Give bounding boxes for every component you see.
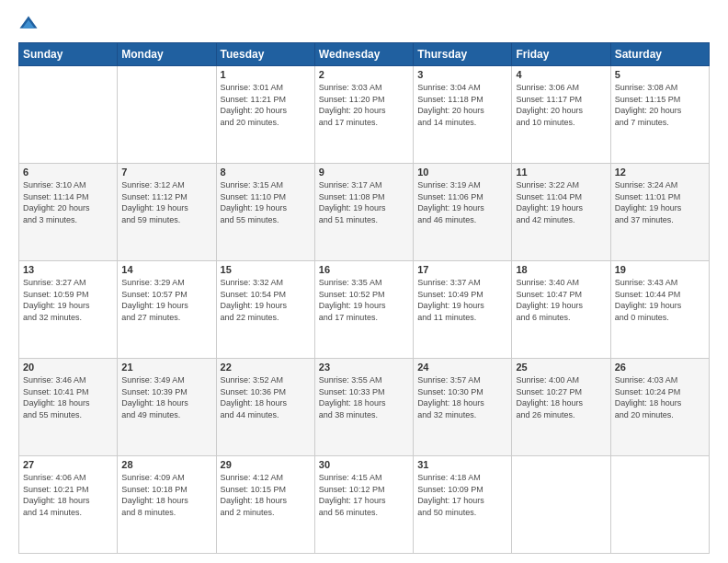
day-cell: 4Sunrise: 3:06 AM Sunset: 11:17 PM Dayli… <box>512 66 610 164</box>
day-cell: 7Sunrise: 3:12 AM Sunset: 11:12 PM Dayli… <box>118 164 216 261</box>
day-info: Sunrise: 3:40 AM Sunset: 10:47 PM Daylig… <box>516 277 606 323</box>
day-number: 8 <box>221 167 311 178</box>
day-cell: 8Sunrise: 3:15 AM Sunset: 11:10 PM Dayli… <box>216 164 314 261</box>
weekday-header-tuesday: Tuesday <box>216 43 314 66</box>
day-info: Sunrise: 3:35 AM Sunset: 10:52 PM Daylig… <box>319 277 409 323</box>
day-info: Sunrise: 3:01 AM Sunset: 11:21 PM Daylig… <box>221 82 311 128</box>
day-number: 17 <box>417 264 507 275</box>
day-cell: 13Sunrise: 3:27 AM Sunset: 10:59 PM Dayl… <box>19 261 118 359</box>
day-info: Sunrise: 4:15 AM Sunset: 10:12 PM Daylig… <box>319 472 409 518</box>
day-number: 15 <box>221 264 311 275</box>
day-info: Sunrise: 3:32 AM Sunset: 10:54 PM Daylig… <box>221 277 311 323</box>
day-cell: 30Sunrise: 4:15 AM Sunset: 10:12 PM Dayl… <box>314 456 413 554</box>
day-number: 21 <box>121 362 211 373</box>
day-info: Sunrise: 3:37 AM Sunset: 10:49 PM Daylig… <box>417 277 507 323</box>
day-info: Sunrise: 4:09 AM Sunset: 10:18 PM Daylig… <box>121 472 211 518</box>
day-number: 16 <box>319 264 409 275</box>
weekday-header-thursday: Thursday <box>414 43 512 66</box>
day-number: 24 <box>417 362 507 373</box>
day-cell: 21Sunrise: 3:49 AM Sunset: 10:39 PM Dayl… <box>118 359 216 456</box>
day-number: 3 <box>417 69 507 80</box>
day-number: 18 <box>516 264 606 275</box>
day-number: 19 <box>615 264 705 275</box>
day-number: 12 <box>615 167 705 178</box>
day-cell <box>512 456 610 554</box>
day-number: 14 <box>121 264 211 275</box>
day-number: 26 <box>615 362 705 373</box>
day-info: Sunrise: 3:22 AM Sunset: 11:04 PM Daylig… <box>516 179 606 225</box>
week-row-1: 1Sunrise: 3:01 AM Sunset: 11:21 PM Dayli… <box>19 66 710 164</box>
day-number: 27 <box>23 459 113 470</box>
day-info: Sunrise: 3:52 AM Sunset: 10:36 PM Daylig… <box>221 374 311 420</box>
day-info: Sunrise: 3:04 AM Sunset: 11:18 PM Daylig… <box>417 82 507 128</box>
day-cell: 10Sunrise: 3:19 AM Sunset: 11:06 PM Dayl… <box>414 164 512 261</box>
day-cell: 26Sunrise: 4:03 AM Sunset: 10:24 PM Dayl… <box>610 359 709 456</box>
day-info: Sunrise: 3:57 AM Sunset: 10:30 PM Daylig… <box>417 374 507 420</box>
day-cell: 17Sunrise: 3:37 AM Sunset: 10:49 PM Dayl… <box>414 261 512 359</box>
day-cell: 19Sunrise: 3:43 AM Sunset: 10:44 PM Dayl… <box>610 261 709 359</box>
day-info: Sunrise: 3:49 AM Sunset: 10:39 PM Daylig… <box>121 374 211 420</box>
header <box>18 15 710 35</box>
week-row-2: 6Sunrise: 3:10 AM Sunset: 11:14 PM Dayli… <box>19 164 710 261</box>
day-number: 10 <box>417 167 507 178</box>
day-info: Sunrise: 3:12 AM Sunset: 11:12 PM Daylig… <box>121 179 211 225</box>
day-number: 4 <box>516 69 606 80</box>
day-cell: 28Sunrise: 4:09 AM Sunset: 10:18 PM Dayl… <box>118 456 216 554</box>
day-cell: 27Sunrise: 4:06 AM Sunset: 10:21 PM Dayl… <box>19 456 118 554</box>
day-number: 6 <box>23 167 113 178</box>
day-info: Sunrise: 3:29 AM Sunset: 10:57 PM Daylig… <box>121 277 211 323</box>
day-info: Sunrise: 4:03 AM Sunset: 10:24 PM Daylig… <box>615 374 705 420</box>
day-cell: 16Sunrise: 3:35 AM Sunset: 10:52 PM Dayl… <box>314 261 413 359</box>
day-number: 20 <box>23 362 113 373</box>
day-info: Sunrise: 4:18 AM Sunset: 10:09 PM Daylig… <box>417 472 507 518</box>
logo <box>18 15 42 35</box>
weekday-header-sunday: Sunday <box>19 43 118 66</box>
day-cell: 18Sunrise: 3:40 AM Sunset: 10:47 PM Dayl… <box>512 261 610 359</box>
week-row-5: 27Sunrise: 4:06 AM Sunset: 10:21 PM Dayl… <box>19 456 710 554</box>
day-cell: 2Sunrise: 3:03 AM Sunset: 11:20 PM Dayli… <box>314 66 413 164</box>
day-info: Sunrise: 3:03 AM Sunset: 11:20 PM Daylig… <box>319 82 409 128</box>
day-cell: 22Sunrise: 3:52 AM Sunset: 10:36 PM Dayl… <box>216 359 314 456</box>
calendar-table: SundayMondayTuesdayWednesdayThursdayFrid… <box>18 42 710 554</box>
weekday-header-friday: Friday <box>512 43 610 66</box>
day-cell: 9Sunrise: 3:17 AM Sunset: 11:08 PM Dayli… <box>314 164 413 261</box>
day-cell: 24Sunrise: 3:57 AM Sunset: 10:30 PM Dayl… <box>414 359 512 456</box>
day-number: 13 <box>23 264 113 275</box>
day-number: 25 <box>516 362 606 373</box>
day-info: Sunrise: 3:46 AM Sunset: 10:41 PM Daylig… <box>23 374 113 420</box>
day-number: 2 <box>319 69 409 80</box>
day-cell: 5Sunrise: 3:08 AM Sunset: 11:15 PM Dayli… <box>610 66 709 164</box>
day-info: Sunrise: 3:15 AM Sunset: 11:10 PM Daylig… <box>221 179 311 225</box>
day-info: Sunrise: 3:17 AM Sunset: 11:08 PM Daylig… <box>319 179 409 225</box>
logo-icon <box>18 15 39 35</box>
day-cell <box>610 456 709 554</box>
weekday-header-wednesday: Wednesday <box>314 43 413 66</box>
day-cell: 15Sunrise: 3:32 AM Sunset: 10:54 PM Dayl… <box>216 261 314 359</box>
day-number: 1 <box>221 69 311 80</box>
day-cell: 3Sunrise: 3:04 AM Sunset: 11:18 PM Dayli… <box>414 66 512 164</box>
page: SundayMondayTuesdayWednesdayThursdayFrid… <box>0 0 728 563</box>
day-number: 5 <box>615 69 705 80</box>
day-cell: 1Sunrise: 3:01 AM Sunset: 11:21 PM Dayli… <box>216 66 314 164</box>
day-number: 22 <box>221 362 311 373</box>
day-cell: 12Sunrise: 3:24 AM Sunset: 11:01 PM Dayl… <box>610 164 709 261</box>
day-cell: 14Sunrise: 3:29 AM Sunset: 10:57 PM Dayl… <box>118 261 216 359</box>
day-cell: 6Sunrise: 3:10 AM Sunset: 11:14 PM Dayli… <box>19 164 118 261</box>
weekday-header-saturday: Saturday <box>610 43 709 66</box>
day-number: 30 <box>319 459 409 470</box>
day-number: 28 <box>121 459 211 470</box>
day-cell: 25Sunrise: 4:00 AM Sunset: 10:27 PM Dayl… <box>512 359 610 456</box>
day-number: 11 <box>516 167 606 178</box>
day-info: Sunrise: 4:12 AM Sunset: 10:15 PM Daylig… <box>221 472 311 518</box>
day-number: 9 <box>319 167 409 178</box>
day-info: Sunrise: 3:08 AM Sunset: 11:15 PM Daylig… <box>615 82 705 128</box>
weekday-header-row: SundayMondayTuesdayWednesdayThursdayFrid… <box>19 43 710 66</box>
day-cell <box>19 66 118 164</box>
day-info: Sunrise: 3:43 AM Sunset: 10:44 PM Daylig… <box>615 277 705 323</box>
week-row-3: 13Sunrise: 3:27 AM Sunset: 10:59 PM Dayl… <box>19 261 710 359</box>
day-info: Sunrise: 3:10 AM Sunset: 11:14 PM Daylig… <box>23 179 113 225</box>
day-cell: 20Sunrise: 3:46 AM Sunset: 10:41 PM Dayl… <box>19 359 118 456</box>
day-cell <box>118 66 216 164</box>
day-info: Sunrise: 3:06 AM Sunset: 11:17 PM Daylig… <box>516 82 606 128</box>
day-info: Sunrise: 4:00 AM Sunset: 10:27 PM Daylig… <box>516 374 606 420</box>
